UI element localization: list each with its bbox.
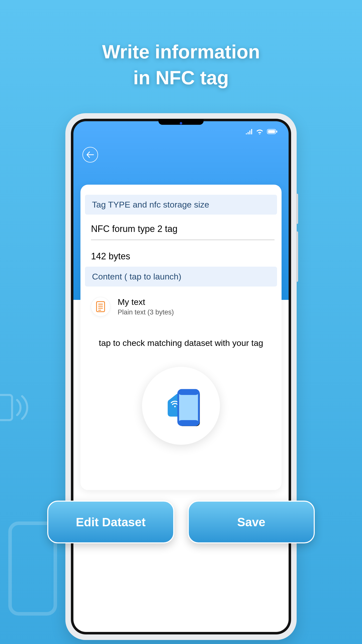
action-buttons: Edit Dataset Save [0,501,362,543]
background-decoration-tag-icon [0,387,33,428]
svg-rect-13 [178,390,199,395]
phone-side-button [296,194,298,224]
svg-rect-14 [178,420,199,425]
tag-type-value: NFC forum type 2 tag [91,224,275,240]
back-button[interactable] [82,147,98,163]
phone-camera [180,122,182,125]
content-item[interactable]: My text Plain text (3 bytes) [91,294,274,319]
svg-rect-12 [178,390,199,425]
signal-icon [245,129,252,135]
tap-to-check-button[interactable] [142,367,220,445]
arrow-left-icon [86,151,94,158]
svg-rect-4 [276,131,277,133]
page-title: Write information in NFC tag [0,0,362,91]
section-header-content: Content ( tap to launch) [85,267,277,287]
svg-rect-3 [268,130,275,133]
phone-screen: Tag TYPE and nfc storage size NFC forum … [73,121,289,632]
phone-side-button [296,231,298,282]
battery-icon [267,129,278,135]
edit-dataset-button[interactable]: Edit Dataset [47,501,174,543]
phone-frame: Tag TYPE and nfc storage size NFC forum … [65,113,297,640]
check-hint: tap to check matching dataset with your … [93,337,269,349]
content-item-subtitle: Plain text (3 bytes) [118,308,174,316]
tag-info-card: Tag TYPE and nfc storage size NFC forum … [80,185,282,490]
text-icon [91,297,110,316]
svg-rect-0 [0,395,12,420]
save-button[interactable]: Save [188,501,315,543]
wifi-icon [256,129,263,135]
page-title-line2: in NFC tag [133,67,229,88]
content-item-title: My text [118,297,174,307]
phone-nfc-icon [157,382,205,430]
section-header-tag-type: Tag TYPE and nfc storage size [85,195,277,215]
svg-point-10 [174,406,176,407]
page-title-line1: Write information [102,41,260,62]
storage-size-value: 142 bytes [91,251,275,262]
